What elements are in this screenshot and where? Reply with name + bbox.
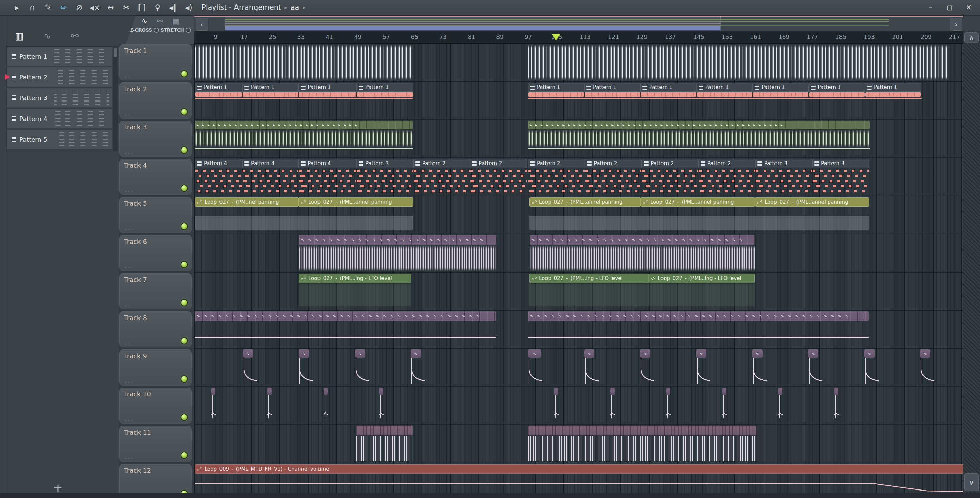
clip-stab-hit[interactable] (211, 388, 215, 425)
clip-audio-blue[interactable] (528, 45, 950, 80)
audio-tab-icon[interactable]: ∿ (141, 17, 147, 25)
clip-green-band[interactable] (299, 284, 411, 306)
track-header[interactable]: Track 2... (119, 83, 192, 118)
track-menu-dots[interactable]: ... (124, 147, 134, 155)
clip-stab-hit[interactable] (666, 388, 670, 425)
clip-auto-maroon[interactable]: Loop_009_-_(PML_MTD_FR_V1) - Channel vol… (195, 464, 963, 474)
clip-crash-hit[interactable]: ∿ (752, 350, 762, 386)
clip-stab-hit[interactable] (834, 388, 838, 425)
track-enable-led[interactable] (181, 452, 187, 458)
clip-pattern-red[interactable]: Pattern 1 (809, 83, 865, 99)
vertical-scrollbar[interactable] (963, 31, 980, 493)
timeline-ruler[interactable]: 9172533414957657381899710511312112913714… (194, 31, 963, 44)
add-pattern-button[interactable]: + (51, 481, 65, 495)
scroll-down-button[interactable]: ∨ (964, 474, 978, 491)
chevron-right-icon[interactable]: ▸ (302, 5, 305, 11)
clip-pattern-red[interactable]: Pattern 1 (865, 83, 921, 99)
play-arrow-icon[interactable]: ▸ (9, 0, 24, 15)
track-enable-led[interactable] (181, 109, 187, 115)
clip-roll-purple[interactable] (356, 426, 413, 463)
clip-audio-purple[interactable]: ∿∿∿∿∿∿∿∿∿∿∿∿∿∿∿∿∿∿∿∿∿∿∿∿∿∿ (299, 235, 496, 272)
track-enable-led[interactable] (181, 71, 187, 77)
mute-tool-icon[interactable]: ◂× (87, 0, 103, 15)
track-header[interactable]: Track 8... (119, 311, 192, 348)
clip-audio-green[interactable]: ▸▸▸▸▸▸▸▸▸▸▸▸▸▸▸▸▸▸▸▸▸▸▸▸▸▸▸▸▸▸ (195, 121, 413, 150)
clip-audio-blue[interactable] (195, 45, 413, 80)
track-header[interactable]: Track 7... (119, 273, 192, 309)
pattern-item[interactable]: Pattern 2 (7, 67, 111, 87)
clip-hats-purple[interactable]: ∿∿∿∿∿∿∿∿∿∿∿∿∿∿∿∿∿∿∿∿∿∿∿∿∿∿∿∿∿∿∿∿∿∿∿∿∿∿∿∿ (195, 311, 496, 348)
track-enable-led[interactable] (181, 262, 187, 267)
preview-speaker-icon[interactable]: ◂⟩ (181, 0, 197, 15)
clip-pattern-red[interactable]: Pattern 1 (753, 83, 809, 99)
clip-pattern-notes[interactable]: Pattern 3 (812, 159, 869, 195)
track-menu-dots[interactable]: ... (124, 71, 134, 79)
clip-pattern-notes[interactable]: Pattern 4 (299, 159, 356, 195)
clip-auto-green[interactable]: Loop_027_-_(PML..ing - LFO level (648, 273, 755, 283)
clip-red-line[interactable] (528, 98, 922, 99)
clip-pattern-notes[interactable]: Pattern 2 (528, 159, 585, 195)
track-header[interactable]: Track 9... (119, 350, 192, 386)
clip-crash-hit[interactable]: ∿ (411, 350, 421, 386)
track-header[interactable]: Track 5... (119, 197, 192, 233)
track-menu-dots[interactable]: ... (124, 300, 134, 308)
track-enable-led[interactable] (181, 414, 187, 420)
track-lane[interactable]: Loop_009_-_(PML_MTD_FR_V1) - Channel vol… (194, 463, 963, 498)
clip-stab-hit[interactable] (722, 388, 727, 425)
track-enable-led[interactable] (181, 300, 187, 306)
minimize-button[interactable]: – (926, 3, 936, 11)
clip-crash-hit[interactable]: ∿ (696, 350, 706, 386)
audio-tab-icon[interactable]: ∿ (43, 31, 51, 41)
clip-stab-hit[interactable] (379, 388, 383, 425)
maximize-button[interactable]: ◻ (945, 3, 955, 11)
pattern-list-scrollbar[interactable] (113, 46, 118, 151)
patterns-tab-icon[interactable]: ▥ (172, 17, 179, 25)
clip-audio-green[interactable]: ▸▸▸▸▸▸▸▸▸▸▸▸▸▸▸▸▸▸▸▸▸▸▸▸▸▸▸▸▸▸▸▸▸▸▸▸▸▸▸▸… (528, 121, 870, 150)
close-button[interactable]: ✕ (964, 3, 974, 11)
clip-crash-hit[interactable]: ∿ (528, 350, 541, 386)
clip-pattern-notes[interactable]: Pattern 4 (242, 159, 299, 195)
clip-pattern-notes[interactable]: Pattern 2 (470, 159, 527, 195)
slice-tool-icon[interactable]: ✂ (118, 0, 134, 15)
track-lane[interactable]: Loop_027_-_(PML..ing - LFO levelLoop_027… (194, 273, 963, 311)
track-menu-dots[interactable]: ... (124, 414, 134, 422)
clip-roll-purple[interactable] (528, 426, 756, 463)
clip-crash-hit[interactable]: ∿ (243, 350, 253, 386)
track-header[interactable]: Track 3... (119, 121, 192, 157)
track-lane[interactable]: ∿∿∿∿∿∿∿∿∿∿∿∿∿∿∿∿∿∿∿∿∿∿∿∿∿∿∿∿∿∿∿∿∿∿∿∿∿∿∿∿… (194, 311, 963, 349)
scroll-left-button[interactable]: ‹ (196, 18, 208, 31)
clip-pattern-notes[interactable]: Pattern 2 (642, 159, 698, 195)
clip-crash-hit[interactable]: ∿ (808, 350, 818, 386)
clip-auto-olive[interactable]: Loop_027_-_(PML..annel panning (641, 197, 755, 207)
pattern-item[interactable]: Pattern 1 (7, 47, 111, 66)
clip-crash-hit[interactable]: ∿ (299, 350, 309, 386)
track-menu-dots[interactable]: ... (124, 109, 134, 117)
clip-pattern-red[interactable]: Pattern 1 (528, 83, 584, 99)
track-enable-led[interactable] (181, 223, 187, 229)
clip-gray-band[interactable] (195, 216, 413, 230)
clip-pattern-red[interactable]: Pattern 1 (640, 83, 697, 99)
track-enable-led[interactable] (181, 338, 187, 344)
clip-stab-hit[interactable] (554, 388, 558, 425)
scrollbar-handle[interactable] (114, 48, 118, 57)
track-lane[interactable]: ∿∿∿∿∿∿∿∿∿∿∿∿ (194, 349, 963, 387)
automation-tab-icon[interactable]: ⚯ (157, 17, 163, 25)
track-header[interactable]: Track 10... (119, 388, 192, 424)
clip-crash-hit[interactable]: ∿ (355, 350, 365, 386)
pattern-item[interactable]: Pattern 3 (7, 88, 111, 108)
automation-tab-icon[interactable]: ⚯ (71, 31, 79, 41)
clip-hats-purple[interactable]: ∿∿∿∿∿∿∿∿∿∿∿∿∿∿∿∿∿∿∿∿∿∿∿∿∿∿∿∿∿∿∿∿∿∿∿∿∿∿∿∿… (528, 311, 869, 348)
clip-pattern-notes[interactable]: Pattern 2 (585, 159, 642, 195)
clip-gray-band[interactable] (530, 216, 869, 230)
clip-pattern-notes[interactable]: Pattern 2 (698, 159, 756, 195)
zoom-tool-icon[interactable]: ⚲ (150, 0, 165, 15)
clip-stab-hit[interactable] (324, 388, 328, 425)
track-menu-dots[interactable]: ... (124, 338, 134, 346)
clip-pattern-notes[interactable]: Pattern 3 (356, 159, 414, 195)
clip-crash-hit[interactable]: ∿ (920, 350, 930, 386)
track-lane[interactable] (194, 425, 963, 463)
track-menu-dots[interactable]: ... (124, 262, 134, 270)
track-header[interactable]: Track 1... (119, 44, 192, 80)
patterns-tab-icon[interactable]: ▥ (15, 31, 24, 41)
track-lane[interactable] (194, 44, 963, 82)
